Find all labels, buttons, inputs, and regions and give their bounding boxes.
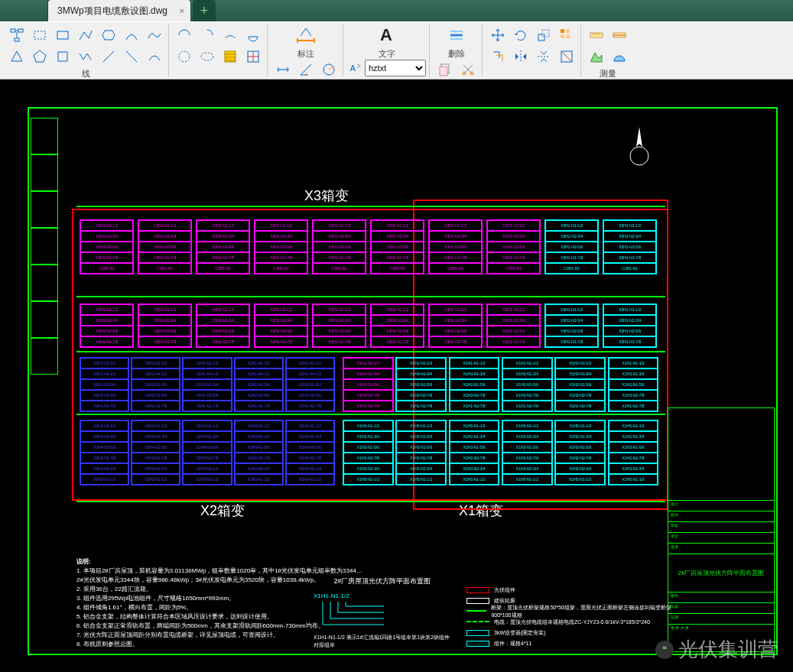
align-icon[interactable] [556, 47, 577, 67]
panel-string: X3H1-N1-1/2X3H1-N2-3/4X3H1-N2-5/6X3H1-N1… [486, 219, 541, 274]
panel-string: X2H3-N1-1/2X2H3-N1-3/4X2H4-N2-5/6X2H3-N2… [285, 420, 335, 485]
compass-north [627, 125, 652, 174]
mirror2-icon[interactable] [533, 47, 554, 67]
panel-string: X3H1-N1-1/2X3H1-N2-3/4X3H1-N2-5/6X3H1-N1… [196, 219, 250, 274]
svg-rect-2 [15, 38, 19, 41]
circle-quarter-icon[interactable] [197, 25, 218, 45]
dim-radius-icon[interactable] [318, 60, 340, 80]
titleblock-row: 校对 [668, 511, 774, 521]
group-draw: 线 [3, 24, 169, 77]
panel-string: X3H1-N1-1/2X3H1-N2-3/4X3H1-N2-5/6X3H1-N1… [80, 304, 134, 348]
hatch-icon[interactable] [219, 47, 241, 67]
legend-row: 3kW逆变器(固定安装) [466, 628, 677, 638]
offset-icon[interactable] [487, 47, 509, 67]
group-delete: 删除 [431, 24, 483, 77]
triangle-icon[interactable] [6, 47, 28, 67]
line-icon[interactable] [98, 47, 119, 67]
move-icon[interactable] [487, 25, 509, 45]
cut-icon[interactable] [457, 60, 479, 80]
titleblock-row: 图号 [668, 592, 774, 602]
panel-string: X2H3-N1-1/2X2H3-N1-3/4X2H4-N2-5/6X2H3-N2… [234, 420, 284, 485]
drawing-canvas[interactable]: X3箱变 X2箱变 X1箱变 X3H1-N1-1/2X3H1-N2-3/4X3H… [0, 80, 793, 672]
callout: 2#厂房屋顶光伏方阵平面布置图 X1H1-N1-1/2 X1H1-N1-1/2 … [314, 576, 451, 649]
toolbar: 线 标注 x,y [0, 21, 793, 80]
text-button[interactable]: A 文字 [372, 25, 402, 60]
svg-rect-5 [58, 52, 67, 61]
legend-row: 组件：规格4*11 [466, 638, 677, 649]
tab-empty[interactable] [15, 0, 48, 21]
tab-active[interactable]: 3MWp项目电缆敷设图.dwg × [48, 0, 191, 21]
pentagon-icon[interactable] [29, 47, 50, 67]
legend-row: 桥架：屋顶光伏桥架规格50*50组架，屋面光伏正面桥架左侧连接到箱变桥架600*… [466, 606, 677, 617]
flowchart-icon[interactable] [6, 25, 28, 45]
copy-icon[interactable] [434, 60, 456, 80]
polyline-icon[interactable] [75, 25, 96, 45]
circle-half-icon[interactable] [174, 25, 195, 45]
circle-seg-icon[interactable] [242, 25, 264, 45]
insert-icon[interactable] [242, 47, 264, 67]
panel-string: X1H5-N1-1/2X1H2-N1-3/4X1H3-N1-5/6X1H2-N2… [608, 420, 659, 485]
panel-string: X1H1-N1-1/2X1H3-N1-3/4X1H2-N1-5/6X1H3-N2… [502, 357, 553, 412]
svg-rect-26 [566, 29, 570, 33]
ellipse-dash-icon[interactable] [197, 47, 218, 67]
panel-string: X2H1-N1-1/2X2H1-N4-1/2X2H2-N1-3/4X2H2-N2… [80, 357, 129, 412]
title-block: 设计校对审核审定批准 2#厂房屋顶光伏方阵平面布置图 图号比例日期第 页 共 页 [668, 407, 775, 652]
panel-string: X2H3-N1-1/2X2H3-N1-3/4X2H4-N2-5/6X2H3-N2… [182, 420, 232, 485]
panel-string: X3H1-N1-1/2X3H1-N2-3/4X3H1-N2-5/6X3H1-N1… [138, 304, 192, 348]
rotate-icon[interactable] [510, 25, 531, 45]
panel-string: X1H1-N1-1/2X1H3-N1-3/4X1H2-N1-5/6X1H3-N2… [554, 357, 606, 412]
panel-string: X3H1-N1-1/2X3H1-N2-3/4X3H1-N2-5/6X3H1-N1… [370, 304, 424, 348]
group-annotate: 标注 x,y [269, 24, 343, 77]
panel-string: X3H1-N1-1/2X3H1-N2-3/4X3H1-N2-5/6X3H1-N1… [196, 304, 250, 348]
dim-angle-icon[interactable] [295, 60, 317, 80]
protractor-icon[interactable] [609, 47, 630, 67]
ruler2-icon[interactable] [609, 25, 630, 45]
watermark: ❝ 光伏集训营 [655, 636, 778, 663]
square-icon[interactable] [52, 47, 73, 67]
ruler-icon[interactable] [586, 25, 607, 45]
legend-row: 光伏组件 [466, 585, 677, 596]
circle-dash-icon[interactable] [174, 47, 195, 67]
zigzag-icon[interactable] [75, 47, 96, 67]
curve2-icon[interactable] [144, 47, 165, 67]
spline-icon[interactable] [144, 25, 165, 45]
panel-string: X2H3-N1-1/2X2H3-N1-3/4X2H4-N2-5/6X2H3-N2… [80, 420, 129, 485]
hexagon-icon[interactable] [98, 25, 119, 45]
rect-dash-icon[interactable] [29, 25, 50, 45]
svg-rect-27 [561, 34, 564, 38]
font-select[interactable]: hztxt [365, 60, 426, 76]
panel-string: X1H1-N1-1/2X1H3-N1-3/4X1H2-N1-5/6X1H3-N2… [395, 357, 447, 412]
group-measure: 测量 [583, 24, 633, 77]
panel-string: X1H5-N1-1/2X1H2-N1-3/4X1H3-N1-5/6X1H2-N2… [449, 420, 500, 485]
svg-text:A: A [380, 25, 392, 44]
svg-point-32 [630, 147, 648, 165]
svg-rect-0 [11, 29, 15, 32]
note-line: 1. 本项目2#厂房屋顶，装机容量为3.01136MWp，组串数量1020串，其… [76, 566, 367, 576]
delete-button[interactable]: 删除 [441, 25, 472, 60]
new-tab-button[interactable]: + [193, 0, 216, 21]
panel-string: X3H1-N1-1/2X3H1-N2-3/4X3H1-N2-5/6X3H1-N1… [80, 219, 134, 274]
zone-x2-label: X2箱变 [200, 502, 245, 520]
panel-string: X2H1-N1-1/2X2H1-N4-1/2X2H2-N1-3/4X2H2-N2… [234, 357, 284, 412]
scale-icon[interactable] [533, 25, 554, 45]
line2-icon[interactable] [121, 47, 142, 67]
titleblock-row: 第 页 共 页 [668, 624, 774, 635]
circle-arc-icon[interactable] [219, 25, 241, 45]
panel-string: X3H1-N1-1/2X3H1-N2-3/4X3H1-N2-5/6X3H1-N1… [254, 219, 308, 274]
dim-linear-icon[interactable] [272, 60, 294, 80]
array-icon[interactable] [556, 25, 577, 45]
group-text: A 文字 A hztxt 350 B I [345, 24, 430, 77]
close-icon[interactable]: × [180, 6, 184, 15]
titleblock-row: 比例 [668, 602, 774, 613]
dimension-button[interactable]: 标注 [291, 25, 321, 60]
rect-icon[interactable] [52, 25, 73, 45]
mirror-icon[interactable] [510, 47, 531, 67]
arc-icon[interactable] [121, 25, 142, 45]
svg-rect-28 [566, 34, 570, 38]
panel-string: X1H5-N1-1/2X1H2-N1-3/4X1H3-N1-5/6X1H2-N2… [554, 420, 606, 485]
legend: 光伏组件建筑轮廓桥架：屋顶光伏桥架规格50*50组架，屋面光伏正面桥架左侧连接到… [466, 585, 677, 649]
wechat-icon: ❝ [655, 641, 674, 659]
area-icon[interactable] [586, 47, 607, 67]
text-style-icon[interactable]: A [348, 60, 363, 76]
panel-string: X3H1-N1-1/2X3H1-N2-3/4X3H1-N2-5/6X3H1-N1… [544, 304, 599, 348]
